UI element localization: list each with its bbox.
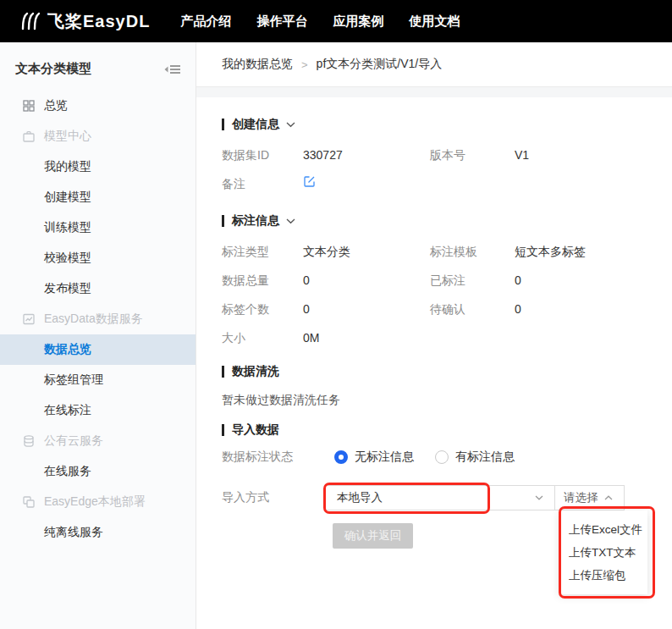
labeled-count-value: 0 [515,272,672,289]
sidebar-item-label: EasyEdge本地部署 [44,494,146,510]
breadcrumb-root[interactable]: 我的数据总览 [222,57,293,72]
top-nav: 产品介绍 操作平台 应用案例 使用文档 [180,0,460,42]
main-area: 我的数据总览 > pf文本分类测试/V1/导入 创建信息 数据集ID 33072… [196,42,672,629]
section-marker [222,119,224,130]
nav-operation-platform[interactable]: 操作平台 [256,0,307,42]
sidebar-item-validate-model[interactable]: 校验模型 [0,243,196,273]
sidebar-item-label: 在线标注 [44,403,91,418]
radio-labeled[interactable] [435,450,449,464]
import-method-value: 本地导入 [337,490,383,505]
sidebar-item-label: 标签组管理 [44,372,103,388]
sidebar-item-label: 模型中心 [44,129,91,144]
content-divider [196,87,672,97]
sidebar-item-label: 纯离线服务 [44,525,103,540]
database-icon [22,434,36,448]
sidebar-item-label: EasyData数据服务 [44,312,143,327]
create-info-fields: 数据集ID 330727 版本号 V1 备注 [222,146,672,192]
dataset-id-value: 330727 [303,146,430,163]
logo-text: 飞桨EasyDL [47,10,150,33]
sidebar-item-label: 校验模型 [44,251,91,266]
confirm-return-button[interactable]: 确认并返回 [333,523,413,549]
sidebar: 文本分类模型 总览 [0,42,196,629]
data-total-value: 0 [303,272,430,289]
radio-labeled-option: 有标注信息 [435,450,515,465]
sidebar-group-model-center[interactable]: 模型中心 [0,121,196,152]
sidebar-item-publish-model[interactable]: 发布模型 [0,273,196,304]
section-data-clean: 数据清洗 [222,363,672,380]
sidebar-item-offline-service[interactable]: 纯离线服务 [0,517,196,548]
radio-unlabeled-option: 无标注信息 [334,450,414,465]
field-label: 数据总量 [222,272,303,289]
chevron-down-icon[interactable] [286,122,295,128]
sidebar-item-data-overview[interactable]: 数据总览 [0,334,196,365]
import-method-label: 导入方式 [222,485,325,510]
option-upload-zip[interactable]: 上传压缩包 [559,564,647,587]
sidebar-group-public-cloud[interactable]: 公有云服务 [0,426,196,456]
easydl-logo[interactable]: 飞桨EasyDL [20,10,150,33]
radio-labeled-label[interactable]: 有标注信息 [455,450,515,465]
nav-use-cases[interactable]: 应用案例 [333,0,383,42]
import-method-select[interactable]: 本地导入 [325,485,555,510]
edge-deploy-icon [22,495,36,509]
field-label: 已标注 [430,272,515,289]
section-title: 标注信息 [232,213,279,229]
remark-label: 备注 [222,175,303,192]
section-title: 创建信息 [232,117,279,132]
sidebar-group-easydata[interactable]: EasyData数据服务 [0,304,196,334]
nav-product-intro[interactable]: 产品介绍 [180,0,231,42]
import-method-row: 导入方式 本地导入 请选择 上传E [222,485,672,510]
section-marker [222,215,224,227]
sidebar-item-label: 公有云服务 [44,433,103,449]
annotation-status-row: 数据标注状态 无标注信息 有标注信息 [222,449,672,466]
sidebar-title: 文本分类模型 [15,61,91,77]
field-label: 大小 [222,329,303,346]
paddlepaddle-logo-icon [20,12,42,30]
chevron-down-icon[interactable] [286,218,295,224]
nav-docs[interactable]: 使用文档 [409,0,460,42]
radio-unlabeled-label[interactable]: 无标注信息 [355,450,414,465]
breadcrumb: 我的数据总览 > pf文本分类测试/V1/导入 [196,42,672,87]
data-chart-icon [22,312,36,326]
sidebar-item-label: 我的模型 [44,159,91,174]
field-label: 数据集ID [222,146,303,163]
sidebar-item-label-group[interactable]: 标签组管理 [0,365,196,395]
sidebar-item-label: 数据总览 [44,342,91,357]
upload-source-select-wrap: 请选择 上传Excel文件 上传TXT文本 上传压缩包 [555,485,625,510]
top-header: 飞桨EasyDL 产品介绍 操作平台 应用案例 使用文档 [0,0,672,42]
annotation-status-label: 数据标注状态 [222,450,325,465]
sidebar-item-online-annotation[interactable]: 在线标注 [0,395,196,426]
sidebar-item-train-model[interactable]: 训练模型 [0,212,196,243]
sidebar-group-easyedge[interactable]: EasyEdge本地部署 [0,487,196,517]
sidebar-item-overview[interactable]: 总览 [0,91,196,121]
upload-source-select[interactable]: 请选择 [555,485,625,510]
remark-edit-icon[interactable] [303,175,430,192]
breadcrumb-current: pf文本分类测试/V1/导入 [317,57,443,72]
field-label: 标签个数 [222,301,303,317]
breadcrumb-separator-icon: > [301,58,308,71]
section-create-info: 创建信息 [222,116,672,133]
sidebar-item-online-service[interactable]: 在线服务 [0,456,196,487]
annotation-info-fields: 标注类型 文本分类 标注模板 短文本多标签 数据总量 0 已标注 0 标签个数 … [222,243,672,346]
sidebar-collapse-icon[interactable] [163,63,182,76]
sidebar-item-label: 训练模型 [44,220,91,235]
sidebar-item-my-models[interactable]: 我的模型 [0,152,196,182]
chevron-down-icon [535,495,543,500]
section-title: 导入数据 [232,422,279,438]
pending-count-value: 0 [515,301,672,317]
section-annotation-info: 标注信息 [222,212,672,229]
field-label: 版本号 [430,146,515,163]
field-label: 待确认 [430,301,515,317]
section-marker [222,424,224,436]
section-marker [222,366,224,378]
upload-source-placeholder: 请选择 [564,490,598,505]
data-clean-empty-text: 暂未做过数据清洗任务 [222,391,672,408]
option-upload-txt[interactable]: 上传TXT文本 [559,541,647,564]
sidebar-item-create-model[interactable]: 创建模型 [0,182,196,212]
content-card: 创建信息 数据集ID 330727 版本号 V1 备注 [196,97,672,629]
annotation-type-value: 文本分类 [303,243,430,260]
version-value: V1 [515,146,672,163]
option-upload-excel[interactable]: 上传Excel文件 [559,518,647,541]
radio-unlabeled[interactable] [334,450,348,464]
section-import-data: 导入数据 [222,422,672,439]
size-value: 0M [303,329,430,346]
